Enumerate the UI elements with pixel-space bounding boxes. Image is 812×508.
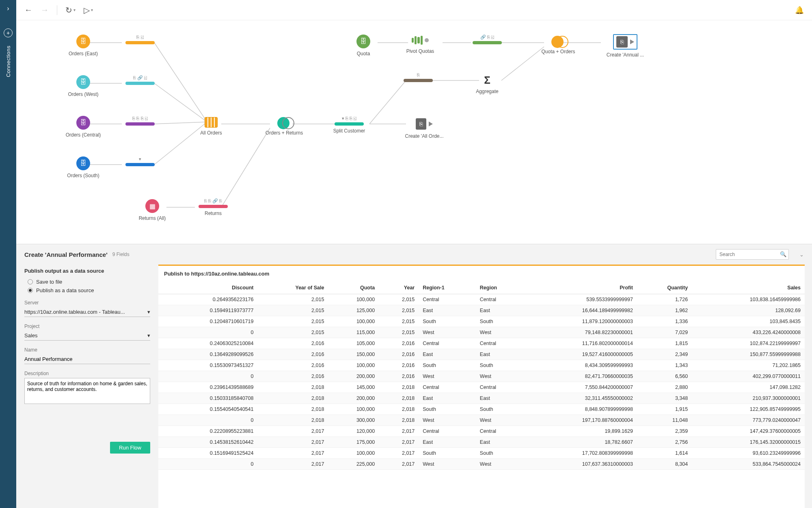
node-aggregate[interactable]: Σ Aggregate [465,74,510,94]
node-returns-all[interactable]: ▦ Returns (All) [126,199,179,221]
union-icon [205,117,218,128]
step-bar [125,82,155,85]
join-icon [277,117,291,128]
refresh-button[interactable]: ↻▾ [65,5,76,15]
table-row[interactable]: 0.155309734513272,016100,0002,016SouthSo… [158,360,805,371]
flow-canvas[interactable]: 🗄 Orders (East) 🗄 Orders (West) 🗄 Orders… [16,20,812,244]
bell-icon[interactable]: 🔔 [795,6,804,15]
col-quota[interactable]: Quota [328,282,379,294]
db-plus-icon: 🗄 [76,156,90,170]
col-discount[interactable]: Discount [158,282,257,294]
table-row[interactable]: 0.151694915254242,017100,0002,017SouthSo… [158,448,805,459]
step-split-customer[interactable]: ▾ ⎘ ⎘ ⍃ Split Customer [325,116,374,134]
output-form: Publish output as a data source Save to … [16,265,158,508]
name-label: Name [24,347,150,353]
server-select[interactable]: https://10az.online.tableau.com - Tablea… [24,307,150,317]
rail-label: Connections [5,46,11,77]
step-preagg[interactable]: ⎘ [394,72,443,85]
search-input[interactable] [716,249,789,260]
radio-save-file[interactable]: Save to file [28,279,150,285]
table-row[interactable]: 0.145381526104422,017175,0002,017EastEas… [158,437,805,448]
collapse-panel-icon[interactable]: ⌄ [799,252,804,258]
step-bar [335,122,364,126]
table-row[interactable]: 0.136492890995262,016150,0002,016EastEas… [158,349,805,360]
node-create-annual[interactable]: ⎘ Create 'Annual ... [597,34,654,58]
table-row[interactable]: 02,016200,0002,016WestWest82,471.7066000… [158,371,805,382]
table-row[interactable]: 02,018300,0002,018WestWest197,170.887600… [158,415,805,426]
panel-title: Create 'Annual Performance' [24,251,108,258]
form-heading: Publish output as a data source [24,268,150,274]
pivot-icon [412,35,429,46]
table-row[interactable]: 0.155405405405412,018100,0002,018SouthSo… [158,404,805,415]
table-row[interactable]: 0.222089552238812,017120,0002,017Central… [158,426,805,437]
table-row[interactable]: 0.26493562231762,015100,0002,015CentralC… [158,294,805,305]
forward-button: → [41,5,49,15]
node-orders-returns[interactable]: Orders + Returns [258,117,311,136]
preview-table: Publish to https://10az.online.tableau.c… [158,265,805,508]
db-icon: 🗄 [76,75,90,89]
step-quota-orders[interactable]: 🔗 ⎘ ⍃ [463,35,512,47]
db-icon: 🗄 [76,35,90,48]
col-quantity[interactable]: Quantity [637,282,692,294]
toolbar: ← → ↻▾ ▷▾ 🔔 [16,0,812,20]
separator [57,5,57,15]
step-bar [404,79,433,82]
node-orders-east[interactable]: 🗄 Orders (East) [57,35,110,56]
step-orders-west[interactable]: ⎘ 🔗 ⍃ [116,75,164,87]
run-button[interactable]: ▷▾ [84,5,93,15]
desc-label: Description [24,371,150,376]
output-panel: Create 'Annual Performance' 9 Fields 🔍 ⌄… [16,244,812,508]
col-profit[interactable]: Profit [524,282,637,294]
col-year[interactable]: Year [379,282,419,294]
table-row[interactable]: 02,015115,0002,015WestWest79,148.8223000… [158,327,805,338]
step-returns[interactable]: ⎘ ⎘ 🔗 ⎘ Returns [189,198,238,216]
step-bar [473,41,502,44]
run-flow-button[interactable]: Run Flow [110,442,150,454]
node-orders-central[interactable]: 🗄 Orders (Central) [57,116,110,138]
name-input[interactable] [24,354,150,364]
svg-line-10 [221,128,270,207]
step-bar [199,205,228,208]
step-bar [125,122,155,126]
table-row[interactable]: 0.240630252100842,016105,0002,016Central… [158,338,805,349]
step-orders-south[interactable]: ▾ [116,156,164,169]
grid-icon: ▦ [145,199,159,213]
step-bar [125,41,155,44]
table-row[interactable]: 02,017225,0002,017WestWest107,637.363100… [158,459,805,470]
node-quota[interactable]: 🗄 Quota [341,35,386,56]
node-all-orders[interactable]: All Orders [189,117,233,136]
node-quota-orders[interactable]: Quota + Orders [532,36,585,54]
col-sales[interactable]: Sales [692,282,805,294]
col-region[interactable]: Region [476,282,524,294]
node-orders-west[interactable]: 🗄 Orders (West) [57,75,110,97]
join-icon [551,36,565,46]
add-connection-button[interactable]: + [4,28,13,37]
output-selected: ⎘ [613,34,637,50]
node-pivot-quotas[interactable]: Pivot Quotas [396,35,445,54]
col-year-of-sale[interactable]: Year of Sale [257,282,328,294]
expand-rail-icon[interactable]: › [7,5,9,12]
project-label: Project [24,323,150,329]
server-label: Server [24,300,150,306]
table-row[interactable]: 0.150331858407082,018200,0002,018EastEas… [158,393,805,404]
step-orders-central[interactable]: ⎘ ⎘ ⎘ ⍃ [116,116,164,128]
back-button[interactable]: ← [24,5,32,15]
node-create-all-orders[interactable]: ⎘ Create 'All Orde... [398,117,451,139]
publish-to-label: Publish to https://10az.online.tableau.c… [158,266,805,282]
left-rail: › + Connections [0,0,16,508]
table-row[interactable]: 0.120487106017192,015100,0002,015SouthSo… [158,316,805,327]
table-row[interactable]: 0.159491193737772,015125,0002,015EastEas… [158,305,805,316]
table-row[interactable]: 0.239614395886892,018145,0002,018Central… [158,382,805,393]
output-icon: ⎘ [416,117,433,131]
node-orders-south[interactable]: 🗄 Orders (South) [57,156,110,178]
desc-textarea[interactable]: Source of truth for information on home … [24,378,150,404]
step-orders-east[interactable]: ⎘ ⍃ [116,35,164,47]
db-icon: 🗄 [76,116,90,130]
step-bar [125,163,155,166]
col-region-1[interactable]: Region-1 [419,282,476,294]
sigma-icon: Σ [481,74,493,86]
db-icon: 🗄 [356,35,370,48]
project-select[interactable]: Sales▾ [24,331,150,341]
radio-publish-ds[interactable]: Publish as a data source [28,287,150,293]
search-icon: 🔍 [780,251,786,257]
